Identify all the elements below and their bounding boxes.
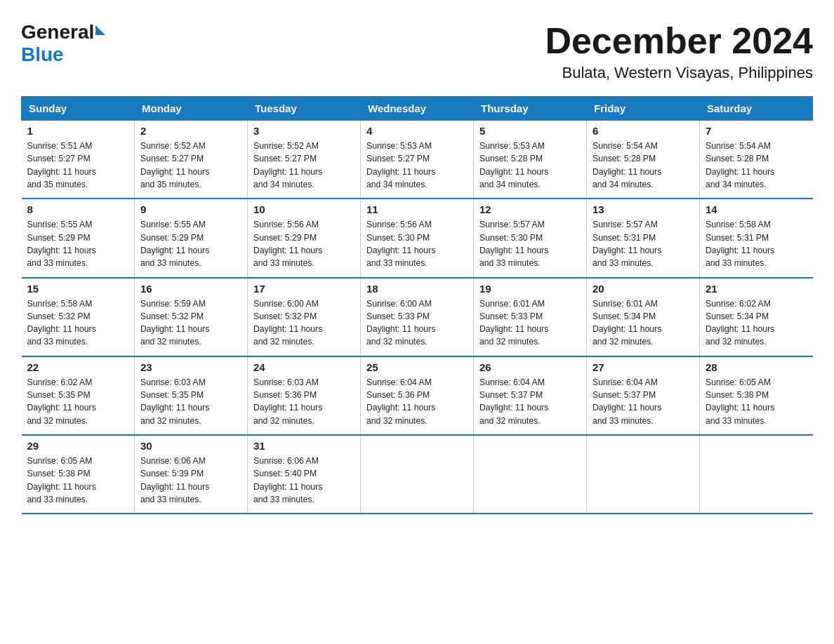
day-number: 3 — [253, 125, 355, 137]
calendar-cell: 29Sunrise: 6:05 AM Sunset: 5:38 PM Dayli… — [22, 435, 135, 514]
day-number: 30 — [140, 440, 241, 452]
day-info: Sunrise: 6:02 AM Sunset: 5:35 PM Dayligh… — [27, 376, 129, 427]
calendar-cell: 6Sunrise: 5:54 AM Sunset: 5:28 PM Daylig… — [587, 121, 700, 199]
calendar-cell: 23Sunrise: 6:03 AM Sunset: 5:35 PM Dayli… — [135, 356, 248, 435]
calendar-cell: 10Sunrise: 5:56 AM Sunset: 5:29 PM Dayli… — [248, 199, 361, 277]
day-number: 17 — [253, 283, 355, 295]
day-number: 29 — [27, 440, 129, 452]
calendar-cell: 4Sunrise: 5:53 AM Sunset: 5:27 PM Daylig… — [361, 121, 474, 199]
day-info: Sunrise: 6:01 AM Sunset: 5:34 PM Dayligh… — [593, 297, 694, 349]
day-number: 22 — [27, 361, 129, 373]
day-info: Sunrise: 5:51 AM Sunset: 5:27 PM Dayligh… — [27, 140, 129, 191]
calendar-cell: 15Sunrise: 5:58 AM Sunset: 5:32 PM Dayli… — [22, 278, 135, 356]
calendar-cell: 26Sunrise: 6:04 AM Sunset: 5:37 PM Dayli… — [474, 356, 587, 435]
day-number: 11 — [366, 203, 468, 215]
day-info: Sunrise: 5:58 AM Sunset: 5:31 PM Dayligh… — [706, 218, 807, 269]
header-day-sunday: Sunday — [22, 97, 135, 121]
day-number: 1 — [27, 125, 129, 137]
week-row-4: 22Sunrise: 6:02 AM Sunset: 5:35 PM Dayli… — [22, 356, 813, 435]
calendar-cell: 28Sunrise: 6:05 AM Sunset: 5:38 PM Dayli… — [700, 356, 813, 435]
calendar-cell — [361, 435, 474, 514]
day-info: Sunrise: 6:03 AM Sunset: 5:35 PM Dayligh… — [140, 376, 241, 427]
calendar-cell: 25Sunrise: 6:04 AM Sunset: 5:36 PM Dayli… — [361, 356, 474, 435]
day-info: Sunrise: 6:04 AM Sunset: 5:37 PM Dayligh… — [593, 376, 694, 427]
week-row-2: 8Sunrise: 5:55 AM Sunset: 5:29 PM Daylig… — [22, 199, 813, 277]
week-row-5: 29Sunrise: 6:05 AM Sunset: 5:38 PM Dayli… — [22, 435, 813, 514]
calendar-cell: 27Sunrise: 6:04 AM Sunset: 5:37 PM Dayli… — [587, 356, 700, 435]
calendar-subtitle: Bulata, Western Visayas, Philippines — [545, 64, 813, 82]
logo-blue-text: Blue — [21, 43, 64, 65]
day-number: 4 — [366, 125, 468, 137]
calendar-table: SundayMondayTuesdayWednesdayThursdayFrid… — [21, 96, 813, 514]
day-info: Sunrise: 6:04 AM Sunset: 5:36 PM Dayligh… — [366, 376, 468, 427]
day-info: Sunrise: 5:54 AM Sunset: 5:28 PM Dayligh… — [593, 140, 694, 191]
day-number: 31 — [253, 440, 355, 452]
calendar-cell: 24Sunrise: 6:03 AM Sunset: 5:36 PM Dayli… — [248, 356, 361, 435]
calendar-cell: 21Sunrise: 6:02 AM Sunset: 5:34 PM Dayli… — [700, 278, 813, 356]
calendar-cell: 1Sunrise: 5:51 AM Sunset: 5:27 PM Daylig… — [22, 121, 135, 199]
logo-general-text: General — [21, 21, 94, 43]
day-info: Sunrise: 5:52 AM Sunset: 5:27 PM Dayligh… — [140, 140, 241, 191]
calendar-cell: 8Sunrise: 5:55 AM Sunset: 5:29 PM Daylig… — [22, 199, 135, 277]
day-number: 20 — [593, 283, 694, 295]
calendar-cell: 12Sunrise: 5:57 AM Sunset: 5:30 PM Dayli… — [474, 199, 587, 277]
day-info: Sunrise: 5:54 AM Sunset: 5:28 PM Dayligh… — [706, 140, 807, 191]
header-day-wednesday: Wednesday — [361, 97, 474, 121]
day-info: Sunrise: 5:58 AM Sunset: 5:32 PM Dayligh… — [27, 297, 129, 349]
day-info: Sunrise: 5:57 AM Sunset: 5:30 PM Dayligh… — [479, 218, 581, 269]
day-number: 18 — [366, 283, 468, 295]
day-info: Sunrise: 5:56 AM Sunset: 5:29 PM Dayligh… — [253, 218, 355, 269]
day-info: Sunrise: 6:06 AM Sunset: 5:39 PM Dayligh… — [140, 455, 241, 506]
calendar-cell: 18Sunrise: 6:00 AM Sunset: 5:33 PM Dayli… — [361, 278, 474, 356]
day-number: 26 — [479, 361, 581, 373]
calendar-cell: 14Sunrise: 5:58 AM Sunset: 5:31 PM Dayli… — [700, 199, 813, 277]
day-number: 24 — [253, 361, 355, 373]
calendar-header: SundayMondayTuesdayWednesdayThursdayFrid… — [22, 97, 813, 121]
day-number: 27 — [593, 361, 694, 373]
day-number: 14 — [706, 203, 807, 215]
calendar-cell: 9Sunrise: 5:55 AM Sunset: 5:29 PM Daylig… — [135, 199, 248, 277]
day-number: 10 — [253, 203, 355, 215]
day-info: Sunrise: 6:00 AM Sunset: 5:32 PM Dayligh… — [253, 297, 355, 349]
day-number: 2 — [140, 125, 241, 137]
title-block: December 2024 Bulata, Western Visayas, P… — [545, 21, 813, 82]
day-info: Sunrise: 5:53 AM Sunset: 5:27 PM Dayligh… — [366, 140, 468, 191]
day-number: 16 — [140, 283, 241, 295]
day-number: 6 — [593, 125, 694, 137]
day-number: 13 — [593, 203, 694, 215]
day-number: 5 — [479, 125, 581, 137]
day-number: 8 — [27, 203, 129, 215]
page-header: General Blue December 2024 Bulata, Weste… — [21, 21, 813, 82]
day-info: Sunrise: 6:05 AM Sunset: 5:38 PM Dayligh… — [27, 455, 129, 506]
logo: General Blue — [21, 21, 107, 66]
day-info: Sunrise: 6:06 AM Sunset: 5:40 PM Dayligh… — [253, 455, 355, 506]
calendar-cell — [700, 435, 813, 514]
week-row-1: 1Sunrise: 5:51 AM Sunset: 5:27 PM Daylig… — [22, 121, 813, 199]
day-info: Sunrise: 6:00 AM Sunset: 5:33 PM Dayligh… — [366, 297, 468, 349]
calendar-cell: 20Sunrise: 6:01 AM Sunset: 5:34 PM Dayli… — [587, 278, 700, 356]
header-day-thursday: Thursday — [474, 97, 587, 121]
day-info: Sunrise: 5:55 AM Sunset: 5:29 PM Dayligh… — [27, 218, 129, 269]
day-info: Sunrise: 5:59 AM Sunset: 5:32 PM Dayligh… — [140, 297, 241, 349]
day-number: 9 — [140, 203, 241, 215]
day-number: 19 — [479, 283, 581, 295]
logo-arrow-icon — [95, 25, 105, 35]
day-info: Sunrise: 6:05 AM Sunset: 5:38 PM Dayligh… — [706, 376, 807, 427]
calendar-title: December 2024 — [545, 21, 813, 61]
day-number: 12 — [479, 203, 581, 215]
day-info: Sunrise: 6:04 AM Sunset: 5:37 PM Dayligh… — [479, 376, 581, 427]
day-info: Sunrise: 6:02 AM Sunset: 5:34 PM Dayligh… — [706, 297, 807, 349]
calendar-cell: 13Sunrise: 5:57 AM Sunset: 5:31 PM Dayli… — [587, 199, 700, 277]
calendar-cell: 22Sunrise: 6:02 AM Sunset: 5:35 PM Dayli… — [22, 356, 135, 435]
day-number: 15 — [27, 283, 129, 295]
header-day-friday: Friday — [587, 97, 700, 121]
day-info: Sunrise: 5:57 AM Sunset: 5:31 PM Dayligh… — [593, 218, 694, 269]
calendar-cell: 19Sunrise: 6:01 AM Sunset: 5:33 PM Dayli… — [474, 278, 587, 356]
day-info: Sunrise: 5:55 AM Sunset: 5:29 PM Dayligh… — [140, 218, 241, 269]
day-number: 25 — [366, 361, 468, 373]
day-number: 7 — [706, 125, 807, 137]
day-info: Sunrise: 6:01 AM Sunset: 5:33 PM Dayligh… — [479, 297, 581, 349]
calendar-cell: 7Sunrise: 5:54 AM Sunset: 5:28 PM Daylig… — [700, 121, 813, 199]
calendar-cell: 3Sunrise: 5:52 AM Sunset: 5:27 PM Daylig… — [248, 121, 361, 199]
header-row: SundayMondayTuesdayWednesdayThursdayFrid… — [22, 97, 813, 121]
